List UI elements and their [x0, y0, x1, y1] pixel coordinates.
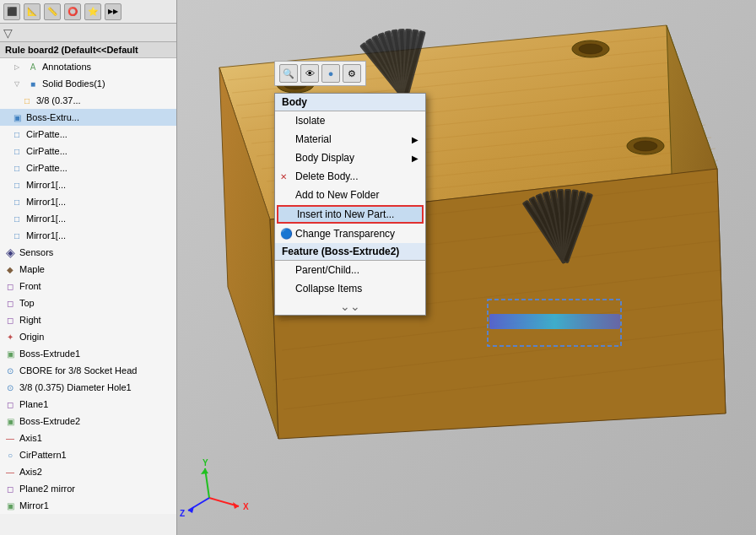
mini-toolbar: 🔍 👁 ● ⚙	[274, 61, 366, 86]
tree-item-mirror1[interactable]: ▣ Mirror1	[0, 497, 176, 514]
plane2m-icon: ◻	[3, 482, 17, 495]
cirp1-icon: ○	[3, 448, 17, 462]
tree-item-mirror1c[interactable]: □ Mirror1[...	[0, 210, 176, 227]
tree-item-top[interactable]: ◻ Top	[0, 295, 176, 311]
front-label: Front	[19, 281, 41, 291]
annotations-label: Annotations	[42, 62, 91, 72]
tree-item-cirpatte2[interactable]: □ CirPatte...	[0, 143, 176, 159]
svg-point-33	[634, 141, 657, 151]
mirror1-icon: ▣	[3, 499, 17, 512]
tree-item-mirror1d[interactable]: □ Mirror1[...	[0, 227, 176, 244]
context-menu-collapse-items[interactable]: Collapse Items	[275, 279, 425, 298]
tree-header: Rule board2 (Default<<Default	[0, 42, 176, 58]
tree-item-boss-extrude1[interactable]: ▣ Boss-Extrude1	[0, 345, 176, 362]
tree-item-origin[interactable]: ✦ Origin	[0, 328, 176, 345]
toolbar-icon-5[interactable]: ⭐	[84, 3, 101, 20]
context-menu-body-header: Body	[275, 94, 425, 111]
3d-viewport-svg: X Y Z	[177, 0, 756, 535]
plane2m-label: Plane2 mirror	[19, 484, 75, 494]
feature-header-label: Feature (Boss-Extrude2)	[282, 246, 399, 257]
hole1-label: 3/8 (0.375) Diameter Hole1	[19, 382, 132, 392]
tree-item-axis2[interactable]: — Axis2	[0, 463, 176, 480]
be1-label: Boss-Extrude1	[19, 349, 80, 359]
tree-item-axis1[interactable]: — Axis1	[0, 430, 176, 446]
toolbar-icon-1[interactable]: ⬛	[3, 3, 20, 20]
parent-child-label: Parent/Child...	[295, 264, 359, 276]
m1a-label: Mirror1[...	[26, 180, 66, 190]
axis1-icon: —	[3, 431, 17, 445]
toolbar-icon-4[interactable]: ⭕	[64, 3, 81, 20]
m1b-label: Mirror1[...	[26, 197, 66, 207]
context-menu-isolate[interactable]: Isolate	[275, 111, 425, 130]
mirror1-label: Mirror1	[19, 500, 49, 511]
m1c-label: Mirror1[...	[26, 213, 66, 224]
tree-item-cirpatte1[interactable]: □ CirPatte...	[0, 126, 176, 143]
tree-item-cirpatte3[interactable]: □ CirPatte...	[0, 159, 176, 176]
tree-item-boss-extrude-sel[interactable]: ▣ Boss-Extru...	[0, 109, 176, 126]
toolbar-icon-3[interactable]: 📏	[44, 3, 61, 20]
sensors-label: Sensors	[19, 247, 53, 257]
context-menu-more[interactable]: ⌄⌄	[275, 298, 425, 315]
tree-header-label: Rule board2 (Default<<Default	[5, 45, 138, 55]
tree-item-front[interactable]: ◻ Front	[0, 278, 176, 295]
context-menu-change-transparency[interactable]: 🔵 Change Transparency	[275, 224, 425, 243]
context-menu-add-folder[interactable]: Add to New Folder	[275, 186, 425, 204]
mini-tb-eye-icon[interactable]: 👁	[300, 64, 319, 83]
maple-label: Maple	[19, 264, 45, 274]
tree-item-plane2mirror[interactable]: ◻ Plane2 mirror	[0, 480, 176, 497]
filter-icon: ▽	[3, 26, 13, 40]
tree-item-annotations[interactable]: ▷ A Annotations	[0, 58, 176, 75]
cir1-label: CirPatte...	[26, 129, 68, 139]
toolbar-icon-more[interactable]: ▶▶	[105, 3, 122, 20]
tree-item-solid-bodies[interactable]: ▽ ■ Solid Bodies(1)	[0, 75, 176, 92]
cir3-label: CirPatte...	[26, 163, 68, 173]
m1b-icon: □	[10, 195, 24, 208]
context-menu-parent-child[interactable]: Parent/Child...	[275, 261, 425, 279]
body-header-label: Body	[282, 96, 307, 108]
origin-icon: ✦	[3, 330, 17, 343]
tree-item-plane1[interactable]: ◻ Plane1	[0, 396, 176, 413]
mini-tb-gear-icon[interactable]: ⚙	[343, 64, 361, 83]
toolbar-icon-2[interactable]: 📐	[24, 3, 40, 20]
tree-item-maple[interactable]: ◆ Maple	[0, 261, 176, 278]
cir1-icon: □	[10, 127, 24, 141]
be2-label: Boss-Extrude2	[19, 416, 80, 426]
context-menu-insert-new[interactable]: Insert into New Part...	[277, 205, 424, 224]
body-display-label: Body Display	[295, 152, 354, 164]
m1c-icon: □	[10, 212, 24, 225]
hole1-icon: ⊙	[3, 381, 17, 394]
delete-check-icon: ✕	[280, 172, 287, 181]
origin-label: Origin	[19, 332, 44, 342]
material-arrow: ▶	[412, 135, 418, 144]
body-1-label: 3/8 (0.37...	[36, 95, 81, 105]
mini-tb-zoom-icon[interactable]: 🔍	[279, 64, 298, 83]
m1a-icon: □	[10, 178, 24, 192]
front-icon: ◻	[3, 279, 17, 293]
change-transparency-label: Change Transparency	[295, 228, 395, 240]
mini-tb-color-icon[interactable]: ●	[321, 64, 340, 83]
tree-item-hole1[interactable]: ⊙ 3/8 (0.375) Diameter Hole1	[0, 379, 176, 396]
context-menu-body-display[interactable]: Body Display ▶	[275, 149, 425, 167]
tree-item-mirror1a[interactable]: □ Mirror1[...	[0, 176, 176, 193]
solid-bodies-icon: ■	[26, 77, 40, 90]
viewport[interactable]: X Y Z 🔍 👁 ● ⚙ Body I	[177, 0, 756, 535]
tree-item-cirpattern1[interactable]: ○ CirPattern1	[0, 446, 176, 463]
context-menu-delete-body[interactable]: ✕ Delete Body...	[275, 167, 425, 186]
tree-panel: ▷ A Annotations ▽ ■ Solid Bodies(1) □ 3/…	[0, 58, 176, 514]
tree-item-cbore[interactable]: ⊙ CBORE for 3/8 Socket Head	[0, 362, 176, 379]
tree-item-mirror1b[interactable]: □ Mirror1[...	[0, 193, 176, 210]
context-menu-material[interactable]: Material ▶	[275, 130, 425, 149]
tree-item-sensors[interactable]: ◈ Sensors	[0, 244, 176, 261]
top-toolbar: ⬛ 📐 📏 ⭕ ⭐ ▶▶	[0, 0, 176, 24]
body-display-arrow: ▶	[412, 154, 418, 163]
tree-item-right[interactable]: ◻ Right	[0, 311, 176, 328]
cir3-icon: □	[10, 161, 24, 175]
axis1-label: Axis1	[19, 433, 42, 443]
tree-item-body-1[interactable]: □ 3/8 (0.37...	[0, 92, 176, 109]
material-label: Material	[295, 133, 332, 145]
svg-text:X: X	[243, 502, 249, 511]
context-menu-feature-header: Feature (Boss-Extrude2)	[275, 243, 425, 261]
svg-point-29	[579, 44, 602, 54]
tree-item-boss-extrude2[interactable]: ▣ Boss-Extrude2	[0, 413, 176, 430]
add-folder-label: Add to New Folder	[295, 189, 379, 201]
